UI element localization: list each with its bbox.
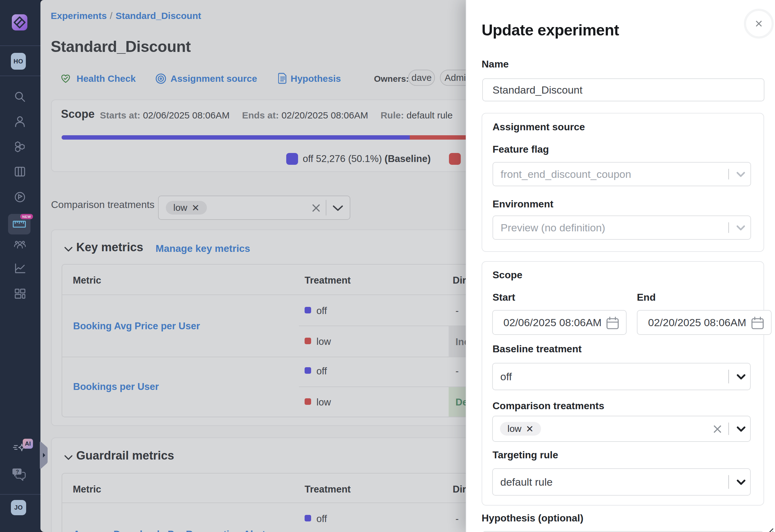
svg-text:?: ? (16, 469, 19, 475)
